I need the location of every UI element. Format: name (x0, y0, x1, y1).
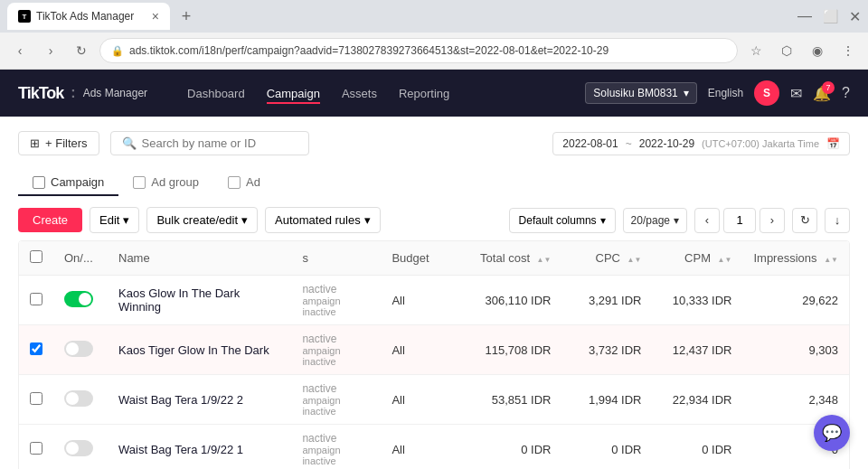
minimize-button[interactable]: — (797, 8, 812, 24)
calendar-icon: 📅 (826, 137, 840, 150)
on-off-toggle[interactable] (64, 440, 93, 456)
page-size-icon: ▾ (674, 214, 679, 227)
tab-adgroup[interactable]: Ad group (118, 170, 213, 196)
on-off-toggle[interactable] (64, 341, 93, 357)
nav-assets[interactable]: Assets (342, 83, 377, 104)
extensions-button[interactable]: ⬡ (774, 38, 799, 63)
tab-ad-label: Ad (246, 175, 260, 189)
row-checkbox-cell[interactable] (19, 375, 53, 425)
page-size-selector[interactable]: 20/page ▾ (623, 208, 687, 233)
col-select-all[interactable] (19, 241, 53, 276)
date-range-picker[interactable]: 2022-08-01 ~ 2022-10-29 (UTC+07:00) Jaka… (552, 132, 850, 155)
filter-label: + Filters (45, 136, 88, 150)
address-bar[interactable]: 🔒 ads.tiktok.com/i18n/perf/campaign?aadv… (99, 38, 738, 63)
columns-button[interactable]: Default columns ▾ (509, 208, 616, 233)
search-input[interactable] (142, 136, 297, 150)
nav-dashboard[interactable]: Dashboard (187, 83, 245, 104)
mail-button[interactable]: ✉ (790, 85, 802, 102)
cpm-value: 22,934 IDR (673, 393, 732, 407)
ad-tab-icon (228, 176, 241, 189)
row-checkbox-cell[interactable] (19, 276, 53, 325)
bookmark-button[interactable]: ☆ (743, 38, 769, 63)
bulk-dropdown-icon: ▾ (241, 213, 248, 227)
adgroup-tab-icon (133, 176, 146, 189)
download-button[interactable]: ↓ (825, 208, 850, 233)
status-text: nactive (302, 382, 370, 395)
col-total-cost-header[interactable]: Total cost ▲▼ (453, 241, 561, 276)
row-checkbox[interactable] (30, 342, 42, 355)
tab-adgroup-label: Ad group (151, 175, 199, 189)
row-status-cell: nactive ampaign inactive (291, 425, 381, 470)
table-controls: Create Edit ▾ Bulk create/edit ▾ Automat… (18, 207, 850, 233)
col-cpc-header[interactable]: CPC ▲▼ (561, 241, 652, 276)
campaign-name[interactable]: Waist Bag Tera 1/9/22 1 (118, 443, 280, 456)
cpc-value: 0 IDR (611, 443, 641, 456)
avatar[interactable]: S (754, 80, 779, 106)
new-tab-button[interactable]: + (174, 4, 199, 29)
back-button[interactable]: ‹ (7, 38, 33, 63)
col-impressions-header[interactable]: Impressions ▲▼ (742, 241, 849, 276)
refresh-button[interactable]: ↻ (792, 208, 817, 233)
total-cost-value: 0 IDR (521, 443, 551, 456)
campaign-name[interactable]: Waist Bag Tera 1/9/22 2 (118, 393, 280, 407)
pagination: ‹ › (694, 208, 785, 233)
automated-rules-button[interactable]: Automated rules ▾ (265, 207, 381, 233)
row-cpm-cell: 22,934 IDR (652, 375, 742, 425)
select-all-checkbox[interactable] (30, 250, 42, 263)
help-button[interactable]: ? (842, 85, 850, 101)
campaign-name[interactable]: Kaos Glow In The Dark Winning (118, 286, 280, 314)
col-cpm-header[interactable]: CPM ▲▼ (652, 241, 742, 276)
maximize-button[interactable]: ⬜ (823, 9, 838, 23)
page-number-input[interactable] (723, 208, 756, 233)
edit-button[interactable]: Edit ▾ (90, 207, 139, 233)
campaign-name[interactable]: Kaos Tiger Glow In The Dark (118, 343, 280, 357)
row-checkbox[interactable] (30, 392, 42, 405)
notification-button[interactable]: 🔔 7 (813, 85, 831, 102)
next-page-button[interactable]: › (760, 208, 785, 233)
prev-page-button[interactable]: ‹ (694, 208, 720, 233)
profile-button[interactable]: ◉ (805, 38, 830, 63)
download-icon: ↓ (835, 213, 841, 227)
row-toggle-cell[interactable] (53, 325, 108, 375)
menu-button[interactable]: ⋮ (835, 38, 861, 63)
create-button[interactable]: Create (18, 208, 82, 232)
window-close-button[interactable]: ✕ (849, 8, 861, 25)
language-selector[interactable]: English (708, 87, 743, 99)
chat-bubble-button[interactable]: 💬 (814, 415, 850, 451)
row-checkbox[interactable] (30, 442, 42, 455)
nav-campaign[interactable]: Campaign (267, 83, 320, 104)
on-off-toggle[interactable] (64, 291, 93, 307)
tab-ad[interactable]: Ad (213, 170, 275, 196)
browser-chrome: T TikTok Ads Manager × + — ⬜ ✕ ‹ › ↻ 🔒 a… (0, 0, 868, 70)
question-icon: ? (842, 85, 850, 100)
row-status-cell: nactive ampaign inactive (291, 325, 381, 375)
row-checkbox-cell[interactable] (19, 325, 53, 375)
active-tab[interactable]: T TikTok Ads Manager × (7, 3, 170, 30)
toolbar: ⊞ + Filters 🔍 2022-08-01 ~ 2022-10-29 (U… (18, 131, 850, 155)
forward-button[interactable]: › (38, 38, 63, 63)
nav-reporting[interactable]: Reporting (399, 83, 449, 104)
on-off-toggle[interactable] (64, 390, 93, 407)
tab-campaign[interactable]: Campaign (18, 170, 118, 196)
total-cost-value: 306,110 IDR (485, 294, 551, 307)
row-toggle-cell[interactable] (53, 375, 108, 425)
row-budget-cell: All (381, 276, 453, 325)
bulk-create-edit-button[interactable]: Bulk create/edit ▾ (146, 207, 258, 233)
brand: TikTok : Ads Manager (18, 84, 147, 103)
row-checkbox-cell[interactable] (19, 425, 53, 470)
tab-title: TikTok Ads Manager (36, 10, 134, 23)
row-checkbox[interactable] (30, 293, 42, 305)
nav-links: Dashboard Campaign Assets Reporting (187, 83, 556, 104)
status-campaign-text: ampaign inactive (302, 395, 370, 417)
row-cpm-cell: 12,437 IDR (652, 325, 742, 375)
filters-button[interactable]: ⊞ + Filters (18, 131, 99, 155)
account-selector[interactable]: Solusiku BM0831 ▾ (585, 82, 696, 104)
search-box[interactable]: 🔍 (110, 131, 309, 155)
row-toggle-cell[interactable] (53, 425, 108, 470)
row-impressions-cell: 29,622 (742, 276, 849, 325)
filter-icon: ⊞ (30, 136, 40, 150)
browser-controls: ‹ › ↻ 🔒 ads.tiktok.com/i18n/perf/campaig… (0, 33, 868, 69)
row-toggle-cell[interactable] (53, 276, 108, 325)
close-tab-button[interactable]: × (152, 9, 159, 23)
reload-button[interactable]: ↻ (69, 38, 94, 63)
